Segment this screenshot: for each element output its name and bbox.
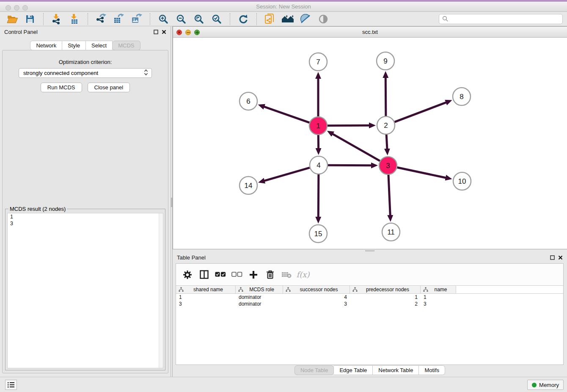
float-panel-icon[interactable]: [550, 255, 555, 260]
tab-network-table[interactable]: Network Table: [373, 365, 419, 375]
network-close-button[interactable]: [176, 30, 182, 35]
table-cell[interactable]: 3: [283, 301, 350, 307]
table-cell[interactable]: 1: [176, 294, 236, 301]
table-row[interactable]: 1dominator411: [176, 294, 563, 301]
minimize-window-button[interactable]: [14, 5, 19, 11]
edge-3-1[interactable]: [333, 134, 380, 161]
table-cell[interactable]: 3: [421, 301, 456, 307]
new-network-button[interactable]: [262, 13, 278, 25]
edge-1-6[interactable]: [264, 107, 309, 123]
zoom-fit-button[interactable]: [191, 13, 206, 25]
tab-select[interactable]: Select: [86, 41, 113, 50]
tab-edge-table[interactable]: Edge Table: [334, 365, 373, 375]
maximize-glyph-icon: [195, 31, 199, 34]
function-builder-button[interactable]: f(x): [297, 268, 309, 281]
export-table-button[interactable]: [111, 13, 127, 25]
table-cell[interactable]: dominator: [236, 294, 283, 301]
column-header-shared-name[interactable]: shared name: [176, 286, 236, 293]
node-11[interactable]: 11: [382, 223, 400, 241]
show-column-button[interactable]: [198, 268, 210, 281]
column-header-predecessor-nodes[interactable]: predecessor nodes: [350, 286, 421, 293]
memory-button[interactable]: Memory: [527, 380, 564, 390]
column-header-name[interactable]: name: [421, 286, 456, 293]
refresh-button[interactable]: [236, 13, 251, 25]
deselect-all-button[interactable]: [231, 268, 243, 281]
edge-1-2[interactable]: [328, 125, 369, 126]
table-cell[interactable]: 4: [283, 294, 350, 301]
home-button[interactable]: [280, 13, 295, 25]
node-1[interactable]: 1: [309, 117, 327, 135]
tab-style[interactable]: Style: [62, 41, 86, 50]
splitter-grip[interactable]: [365, 250, 374, 251]
open-session-button[interactable]: [5, 13, 20, 25]
table-panel-header: Table Panel: [173, 252, 567, 263]
zoom-out-button[interactable]: [173, 13, 189, 25]
open-folder-icon: [7, 14, 18, 24]
float-panel-icon[interactable]: [154, 30, 158, 34]
tab-mcds[interactable]: MCDS: [113, 41, 140, 50]
create-column-button[interactable]: [247, 268, 260, 281]
column-header-mcds-role[interactable]: MCDS role: [236, 286, 283, 293]
vizmapper-button[interactable]: [298, 13, 313, 25]
edge-2-9[interactable]: [385, 77, 386, 116]
save-session-button[interactable]: [22, 13, 38, 25]
export-image-icon: [131, 14, 143, 25]
edge-2-8[interactable]: [395, 102, 446, 122]
task-history-button[interactable]: [5, 380, 17, 390]
table-cell[interactable]: 1: [350, 294, 421, 301]
run-mcds-button[interactable]: Run MCDS: [41, 83, 82, 92]
close-panel-icon[interactable]: [558, 255, 563, 260]
search-input[interactable]: [449, 15, 562, 23]
node-7[interactable]: 7: [309, 53, 327, 71]
show-hide-button[interactable]: [316, 13, 331, 25]
delete-column-button[interactable]: [264, 268, 276, 281]
edge-4-15[interactable]: [318, 174, 319, 217]
zoom-in-button[interactable]: [156, 13, 171, 25]
mcds-result-list[interactable]: 13: [7, 213, 163, 368]
node-15[interactable]: 15: [309, 225, 327, 243]
import-network-button[interactable]: [49, 13, 64, 25]
checked-boxes-icon: [215, 272, 226, 277]
tab-node-table[interactable]: Node Table: [295, 365, 334, 375]
search-icon: [442, 16, 449, 22]
tab-network[interactable]: Network: [30, 41, 62, 50]
node-10[interactable]: 10: [453, 172, 471, 190]
memory-label: Memory: [539, 382, 559, 388]
optimization-dropdown[interactable]: strongly connected component: [19, 68, 152, 78]
table-cell[interactable]: 3: [176, 301, 236, 307]
edge-3-10[interactable]: [397, 168, 446, 178]
table-panel-title: Table Panel: [177, 254, 206, 261]
table-cell[interactable]: 1: [421, 294, 456, 301]
tab-motifs[interactable]: Motifs: [419, 365, 445, 375]
network-canvas[interactable]: 1234678910111415: [173, 38, 567, 249]
edge-2-3[interactable]: [386, 135, 387, 149]
export-network-button[interactable]: [94, 13, 109, 25]
edge-4-14[interactable]: [264, 168, 309, 181]
import-table-button[interactable]: [67, 13, 82, 25]
table-cell[interactable]: dominator: [236, 301, 283, 307]
close-panel-button[interactable]: Close panel: [88, 83, 130, 92]
table-options-button[interactable]: [181, 268, 194, 281]
close-window-button[interactable]: [6, 5, 11, 11]
select-all-button[interactable]: [214, 268, 227, 281]
edge-4-3[interactable]: [328, 165, 372, 166]
zoom-selected-button[interactable]: [209, 13, 224, 25]
edge-3-11[interactable]: [388, 175, 390, 215]
table-row[interactable]: 3dominator323: [176, 301, 563, 307]
node-14[interactable]: 14: [239, 177, 257, 194]
node-8[interactable]: 8: [453, 88, 471, 105]
network-minimize-button[interactable]: [185, 30, 191, 35]
close-panel-icon[interactable]: [162, 30, 166, 34]
zoom-window-button[interactable]: [22, 5, 28, 11]
splitter-grip[interactable]: [171, 198, 172, 207]
node-3[interactable]: 3: [379, 157, 397, 174]
node-4[interactable]: 4: [310, 156, 328, 174]
node-2[interactable]: 2: [377, 116, 395, 134]
delete-table-button[interactable]: [280, 268, 293, 281]
network-maximize-button[interactable]: [194, 30, 200, 35]
table-cell[interactable]: 2: [350, 301, 421, 307]
node-9[interactable]: 9: [377, 52, 394, 70]
column-header-successor-nodes[interactable]: successor nodes: [283, 286, 350, 293]
node-6[interactable]: 6: [239, 92, 257, 110]
export-image-button[interactable]: [129, 13, 144, 25]
